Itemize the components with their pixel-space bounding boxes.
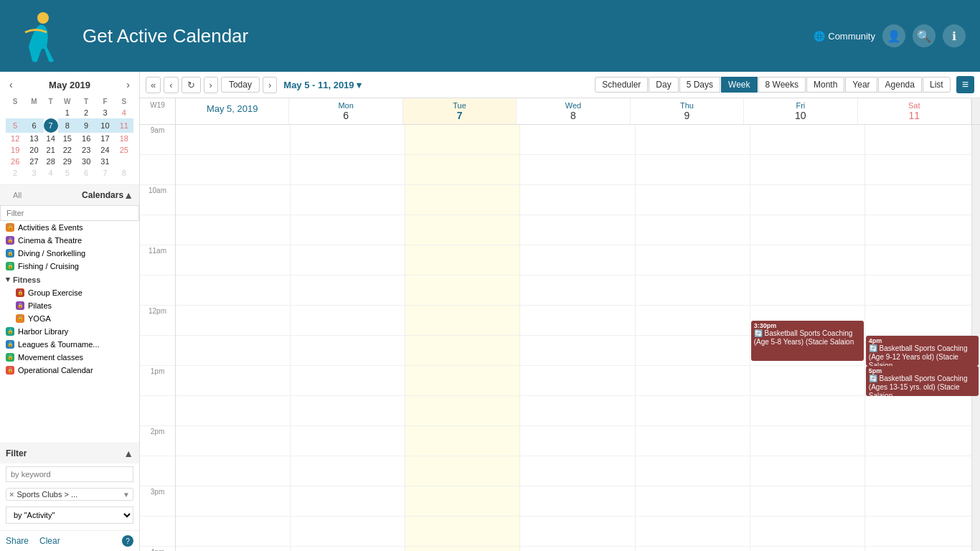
mini-cal-prev-button[interactable]: ‹ <box>6 77 17 92</box>
hour-cell[interactable] <box>636 547 750 551</box>
hour-cell[interactable] <box>176 396 290 426</box>
clear-button[interactable]: Clear <box>39 536 60 546</box>
hour-cell[interactable] <box>176 306 290 336</box>
date-range-button[interactable]: May 5 - 11, 2019 ▾ <box>283 80 362 90</box>
hour-cell[interactable] <box>176 125 290 155</box>
mini-cal-day[interactable]: 16 <box>77 133 95 144</box>
menu-button[interactable]: ≡ <box>956 76 974 93</box>
hour-cell[interactable] <box>865 215 979 245</box>
hour-cell[interactable] <box>865 517 979 547</box>
view-btn-scheduler[interactable]: Scheduler <box>595 77 648 93</box>
hour-cell[interactable] <box>520 456 634 486</box>
mini-cal-day[interactable] <box>115 156 133 167</box>
hour-cell[interactable] <box>405 215 519 245</box>
hour-cell[interactable] <box>865 547 979 551</box>
hour-cell[interactable] <box>291 125 405 155</box>
view-btn-5-days[interactable]: 5 Days <box>679 77 720 93</box>
hour-cell[interactable] <box>750 517 864 547</box>
user-icon-button[interactable]: 👤 <box>882 24 905 47</box>
hour-cell[interactable] <box>405 306 519 336</box>
mini-cal-day[interactable]: 20 <box>24 144 43 156</box>
hour-cell[interactable] <box>291 396 405 426</box>
hour-cell[interactable] <box>176 336 290 366</box>
hour-cell[interactable] <box>750 396 864 426</box>
hour-cell[interactable] <box>750 155 864 185</box>
next-arrow-button[interactable]: › <box>263 77 277 93</box>
hour-cell[interactable] <box>291 426 405 456</box>
mini-cal-day[interactable]: 26 <box>6 156 24 167</box>
hour-cell[interactable] <box>176 366 290 396</box>
mini-cal-day[interactable] <box>24 107 43 118</box>
hour-cell[interactable] <box>176 456 290 486</box>
hour-cell[interactable] <box>291 336 405 366</box>
activity-filter-select[interactable]: by "Activity" <box>6 507 133 524</box>
hour-cell[interactable] <box>405 517 519 547</box>
hour-cell[interactable] <box>750 366 864 396</box>
calendar-item[interactable]: 🔒Leagues & Tourname... <box>0 338 139 351</box>
calendar-item[interactable]: 🔒Harbor Library <box>0 325 139 338</box>
keyword-filter-input[interactable] <box>6 466 133 482</box>
mini-cal-day[interactable]: 30 <box>77 156 95 167</box>
mini-cal-day[interactable] <box>44 107 58 118</box>
hour-cell[interactable] <box>176 426 290 456</box>
hour-cell[interactable] <box>636 245 750 276</box>
info-icon-button[interactable]: ℹ <box>943 24 966 47</box>
hour-cell[interactable] <box>520 125 634 155</box>
day-header-0[interactable]: May 5, 2019 <box>176 98 289 124</box>
view-btn-day[interactable]: Day <box>649 77 678 93</box>
mini-cal-day[interactable]: 1 <box>58 107 77 118</box>
day-header-6[interactable]: Sat11 <box>858 98 971 124</box>
hour-cell[interactable] <box>291 486 405 517</box>
day-header-2[interactable]: Tue7 <box>403 98 517 124</box>
hour-cell[interactable] <box>865 125 979 155</box>
hour-cell[interactable] <box>291 456 405 486</box>
mini-cal-day[interactable]: 8 <box>58 118 77 133</box>
hour-cell[interactable] <box>636 366 750 396</box>
filter-collapse-button[interactable]: ▲ <box>123 448 133 459</box>
hour-cell[interactable] <box>520 276 634 306</box>
hour-cell[interactable] <box>520 426 634 456</box>
hour-cell[interactable] <box>520 245 634 276</box>
mini-cal-day[interactable]: 7 <box>95 167 114 179</box>
hour-cell[interactable] <box>750 276 864 306</box>
mini-cal-day[interactable]: 12 <box>6 133 24 144</box>
calendar-item[interactable]: 🔒Group Exercise <box>0 286 139 299</box>
mini-cal-day[interactable]: 17 <box>95 133 114 144</box>
hour-cell[interactable] <box>520 486 634 517</box>
share-button[interactable]: Share <box>6 536 29 546</box>
hour-cell[interactable] <box>291 517 405 547</box>
hour-cell[interactable] <box>750 125 864 155</box>
event-block[interactable]: 4pm🔄 Basketball Sports Coaching (Age 9-1… <box>866 336 979 366</box>
hour-cell[interactable] <box>520 215 634 245</box>
view-btn-agenda[interactable]: Agenda <box>878 77 922 93</box>
mini-cal-next-button[interactable]: › <box>123 77 133 92</box>
hour-cell[interactable] <box>176 245 290 276</box>
mini-cal-day[interactable]: 5 <box>6 118 24 133</box>
hour-cell[interactable] <box>291 276 405 306</box>
mini-cal-day[interactable]: 14 <box>44 133 58 144</box>
calendar-item[interactable]: 🔒Operational Calendar <box>0 364 139 377</box>
hour-cell[interactable] <box>291 215 405 245</box>
hour-cell[interactable] <box>750 215 864 245</box>
mini-cal-day[interactable]: 29 <box>58 156 77 167</box>
community-link[interactable]: 🌐 Community <box>814 31 875 42</box>
hour-cell[interactable] <box>636 155 750 185</box>
hour-cell[interactable] <box>291 245 405 276</box>
mini-cal-day[interactable]: 2 <box>77 107 95 118</box>
hour-cell[interactable] <box>291 547 405 551</box>
hour-cell[interactable] <box>636 276 750 306</box>
hour-cell[interactable] <box>865 456 979 486</box>
calendars-collapse-button[interactable]: ▲ <box>123 189 133 201</box>
search-icon-button[interactable]: 🔍 <box>913 24 936 47</box>
mini-cal-day[interactable]: 5 <box>58 167 77 179</box>
mini-cal-day[interactable]: 28 <box>44 156 58 167</box>
hour-cell[interactable] <box>405 155 519 185</box>
hour-cell[interactable] <box>865 396 979 426</box>
mini-cal-day[interactable]: 7 <box>44 118 58 133</box>
hour-cell[interactable] <box>636 336 750 366</box>
mini-cal-day[interactable] <box>6 107 24 118</box>
hour-cell[interactable] <box>865 245 979 276</box>
hour-cell[interactable] <box>405 185 519 215</box>
hour-cell[interactable] <box>291 185 405 215</box>
mini-cal-day[interactable]: 3 <box>24 167 43 179</box>
